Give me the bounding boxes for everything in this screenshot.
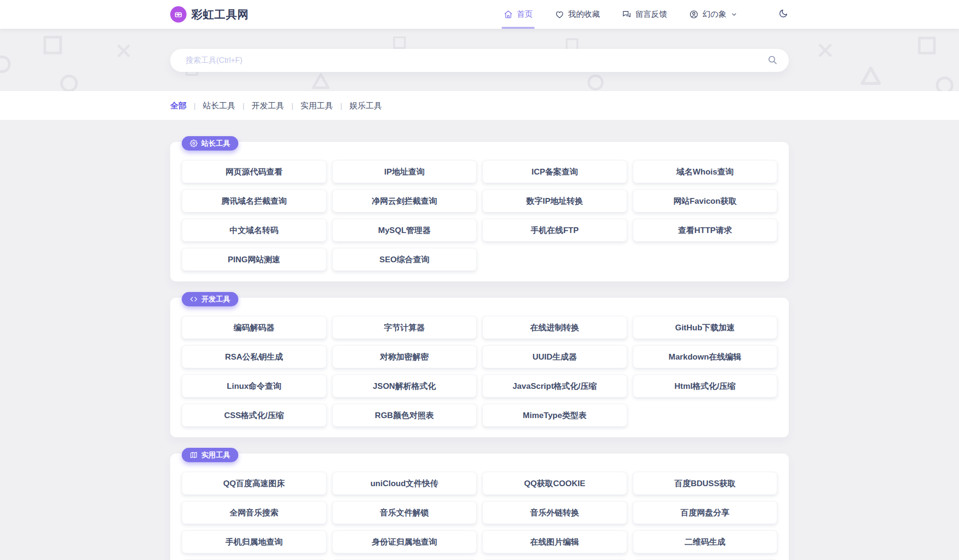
code-icon: [190, 295, 198, 303]
tool-button[interactable]: 网页源代码查看: [182, 160, 327, 183]
home-icon: [503, 10, 513, 19]
section-card-utility-tools: 实用工具QQ百度高速图床uniCloud文件快传QQ获取COOKIE百度BDUS…: [170, 454, 789, 560]
filter-separator: |: [243, 102, 245, 110]
tool-button[interactable]: 网站Favicon获取: [633, 189, 778, 212]
tool-button[interactable]: uniCloud文件快传: [332, 472, 477, 495]
circle-shape-icon: [934, 75, 955, 91]
tool-button[interactable]: 域名Whois查询: [633, 160, 778, 183]
tool-button[interactable]: 净网云剑拦截查询: [332, 189, 477, 212]
tool-button[interactable]: MySQL管理器: [332, 219, 477, 242]
nav-item-label: 留言反馈: [635, 9, 667, 20]
filter-item-0[interactable]: 全部: [170, 100, 187, 111]
tool-button[interactable]: Markdown在线编辑: [633, 345, 778, 368]
triangle-shape-icon: [311, 71, 331, 91]
square-shape-icon: [42, 35, 63, 56]
tool-button[interactable]: 编码解码器: [182, 316, 327, 339]
user-icon: [689, 10, 699, 19]
tool-button[interactable]: 腾讯域名拦截查询: [182, 189, 327, 212]
section-badge-dev-tools: 开发工具: [182, 292, 238, 306]
tool-button[interactable]: ICP备案查询: [482, 160, 627, 183]
tool-button[interactable]: Html格式化/压缩: [633, 374, 778, 397]
category-filters: 全部|站长工具|开发工具|实用工具|娱乐工具: [170, 91, 789, 120]
tool-button[interactable]: 身份证归属地查询: [332, 530, 477, 553]
circle-shape-icon: [0, 54, 12, 75]
tool-button[interactable]: 手机归属地查询: [182, 530, 327, 553]
nav-item-home[interactable]: 首页: [503, 0, 533, 29]
tool-button[interactable]: JavaScript格式化/压缩: [482, 374, 627, 397]
brand[interactable]: 彩虹工具网: [170, 6, 249, 23]
tool-button[interactable]: 百度BDUSS获取: [633, 472, 778, 495]
section-card-dev-tools: 开发工具编码解码器字节计算器在线进制转换GitHub下载加速RSA公私钥生成对称…: [170, 298, 789, 437]
tool-button[interactable]: 二维码生成: [633, 530, 778, 553]
nav-item-label: 我的收藏: [568, 9, 600, 20]
sections: 站长工具网页源代码查看IP地址查询ICP备案查询域名Whois查询腾讯域名拦截查…: [170, 142, 789, 560]
tool-button[interactable]: 音乐文件解锁: [332, 501, 477, 524]
filter-item-3[interactable]: 实用工具: [301, 100, 333, 111]
tool-button[interactable]: 在线进制转换: [482, 316, 627, 339]
nav-item-user-menu[interactable]: 幻の象: [689, 0, 737, 29]
section-title: 站长工具: [201, 139, 230, 148]
tool-button[interactable]: QQ获取COOKIE: [482, 472, 627, 495]
circle-shape-icon: [58, 73, 80, 91]
tool-button[interactable]: RGB颜色对照表: [332, 404, 477, 427]
tool-button[interactable]: SEO综合查询: [332, 248, 477, 271]
tool-button[interactable]: CSS格式化/压缩: [182, 404, 327, 427]
triangle-shape-icon: [859, 64, 882, 87]
tool-button[interactable]: 全网音乐搜索: [182, 501, 327, 524]
nav-item-favorites[interactable]: 我的收藏: [555, 0, 600, 29]
section-badge-webmaster-tools: 站长工具: [182, 136, 238, 151]
moon-icon: [778, 8, 789, 21]
nav-menu: 首页我的收藏留言反馈幻の象: [503, 0, 789, 29]
tool-button[interactable]: JSON解析格式化: [332, 374, 477, 397]
tool-button[interactable]: 中文域名转码: [182, 219, 327, 242]
filter-item-4[interactable]: 娱乐工具: [350, 100, 382, 111]
tool-button[interactable]: GitHub下载加速: [633, 316, 778, 339]
search-button[interactable]: [767, 55, 778, 66]
tool-button[interactable]: 手机在线FTP: [482, 219, 627, 242]
map-icon: [190, 451, 198, 459]
tool-button[interactable]: IP地址查询: [332, 160, 477, 183]
dark-mode-toggle[interactable]: [778, 8, 789, 21]
category-filterbar: 全部|站长工具|开发工具|实用工具|娱乐工具: [0, 91, 959, 120]
top-navbar: 彩虹工具网 首页我的收藏留言反馈幻の象: [0, 0, 959, 29]
search-hero: [0, 29, 959, 91]
chevron-down-icon: [730, 12, 737, 17]
section-badge-utility-tools: 实用工具: [182, 448, 238, 462]
filter-item-2[interactable]: 开发工具: [252, 100, 284, 111]
filter-separator: |: [340, 102, 342, 110]
nav-item-feedback[interactable]: 留言反馈: [622, 0, 667, 29]
main-content: 站长工具网页源代码查看IP地址查询ICP备案查询域名Whois查询腾讯域名拦截查…: [0, 120, 959, 560]
tool-grid: QQ百度高速图床uniCloud文件快传QQ获取COOKIE百度BDUSS获取全…: [182, 472, 777, 560]
tool-grid: 网页源代码查看IP地址查询ICP备案查询域名Whois查询腾讯域名拦截查询净网云…: [182, 160, 777, 271]
heart-icon: [555, 10, 564, 19]
tool-button[interactable]: 数字IP地址转换: [482, 189, 627, 212]
section-card-webmaster-tools: 站长工具网页源代码查看IP地址查询ICP备案查询域名Whois查询腾讯域名拦截查…: [170, 142, 789, 281]
tool-button[interactable]: MimeType类型表: [482, 404, 627, 427]
feedback-icon: [622, 10, 632, 19]
search-icon: [767, 59, 778, 67]
tool-button[interactable]: 对称加密解密: [332, 345, 477, 368]
filter-item-1[interactable]: 站长工具: [203, 100, 235, 111]
x-shape-icon: [815, 40, 835, 60]
tool-button[interactable]: UUID生成器: [482, 345, 627, 368]
tool-button[interactable]: 查看HTTP请求: [633, 219, 778, 242]
search-input[interactable]: [170, 49, 789, 72]
square-shape-icon: [917, 35, 937, 56]
tool-button[interactable]: 百度网盘分享: [633, 501, 778, 524]
filter-separator: |: [194, 102, 196, 110]
tool-grid: 编码解码器字节计算器在线进制转换GitHub下载加速RSA公私钥生成对称加密解密…: [182, 316, 777, 427]
circle-shape-icon: [586, 73, 605, 91]
site-title: 彩虹工具网: [191, 7, 249, 22]
nav-item-label: 幻の象: [702, 9, 726, 20]
tool-button[interactable]: RSA公私钥生成: [182, 345, 327, 368]
x-shape-icon: [114, 41, 133, 60]
tool-button[interactable]: 音乐外链转换: [482, 501, 627, 524]
tool-button[interactable]: Linux命令查询: [182, 374, 327, 397]
tool-button[interactable]: QQ百度高速图床: [182, 472, 327, 495]
tool-button[interactable]: 字节计算器: [332, 316, 477, 339]
tool-button[interactable]: 在线图片编辑: [482, 530, 627, 553]
tool-button[interactable]: PING网站测速: [182, 248, 327, 271]
search-box: [170, 49, 789, 72]
nav-item-label: 首页: [517, 9, 533, 20]
section-title: 开发工具: [201, 295, 230, 304]
